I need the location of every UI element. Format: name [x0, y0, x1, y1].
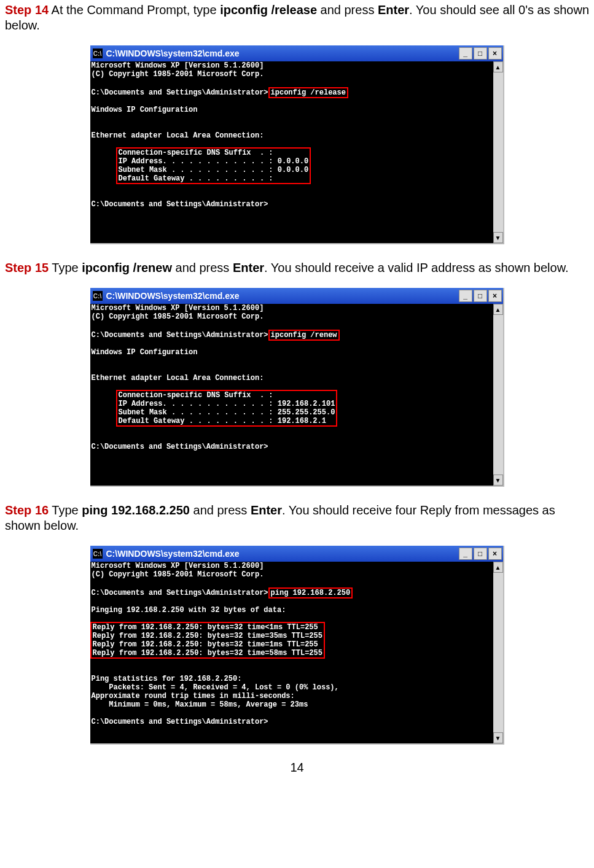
step16-cmd: ping 192.168.2.250 [82, 503, 190, 517]
cmd-icon: C:\ [93, 48, 103, 58]
enter-key: Enter [251, 503, 282, 517]
titlebar: C:\ C:\WINDOWS\system32\cmd.exe _ □ × [90, 288, 503, 304]
cmd-window-1: C:\ C:\WINDOWS\system32\cmd.exe _ □ × Mi… [90, 45, 504, 244]
close-button[interactable]: × [488, 290, 502, 302]
highlighted-command: ping 192.168.2.250 [268, 587, 353, 599]
terminal-output: Microsoft Windows XP [Version 5.1.2600] … [90, 61, 493, 243]
scrollbar[interactable]: ▲ ▼ [493, 304, 503, 486]
cmd-icon: C:\ [93, 291, 103, 301]
close-button[interactable]: × [488, 548, 502, 560]
scrollbar[interactable]: ▲ ▼ [493, 562, 503, 743]
terminal-output: Microsoft Windows XP [Version 5.1.2600] … [90, 562, 493, 743]
maximize-button[interactable]: □ [474, 47, 487, 60]
scroll-up-icon[interactable]: ▲ [493, 61, 503, 72]
titlebar: C:\ C:\WINDOWS\system32\cmd.exe _ □ × [90, 45, 503, 61]
step16-text: Step 16 Type ping 192.168.2.250 and pres… [5, 503, 589, 533]
step14-label: Step 14 [5, 3, 49, 17]
minimize-button[interactable]: _ [459, 290, 472, 302]
highlighted-ip-block: Connection-specific DNS Suffix . : IP Ad… [116, 390, 338, 427]
step14-text: Step 14 At the Command Prompt, type ipco… [5, 2, 589, 33]
terminal-output: Microsoft Windows XP [Version 5.1.2600] … [90, 304, 493, 486]
maximize-button[interactable]: □ [474, 290, 487, 302]
highlighted-command: ipconfig /renew [268, 330, 340, 341]
cmd-window-3: C:\ C:\WINDOWS\system32\cmd.exe _ □ × Mi… [90, 546, 504, 745]
scroll-down-icon[interactable]: ▼ [493, 732, 503, 743]
scroll-down-icon[interactable]: ▼ [493, 475, 503, 486]
step15-text: Step 15 Type ipconfig /renew and press E… [5, 260, 589, 276]
enter-key: Enter [378, 3, 409, 17]
close-button[interactable]: × [488, 47, 502, 60]
scroll-up-icon[interactable]: ▲ [493, 304, 503, 315]
highlighted-ip-block: Connection-specific DNS Suffix . : IP Ad… [116, 147, 311, 184]
enter-key: Enter [233, 261, 264, 274]
cmd-window-2: C:\ C:\WINDOWS\system32\cmd.exe _ □ × Mi… [90, 288, 504, 487]
step15-cmd: ipconfig /renew [82, 261, 172, 274]
page-number: 14 [5, 761, 589, 775]
scrollbar[interactable]: ▲ ▼ [493, 61, 503, 243]
window-title: C:\WINDOWS\system32\cmd.exe [106, 549, 240, 559]
maximize-button[interactable]: □ [474, 548, 487, 560]
scroll-up-icon[interactable]: ▲ [493, 562, 503, 573]
step16-label: Step 16 [5, 503, 49, 517]
minimize-button[interactable]: _ [459, 47, 472, 60]
minimize-button[interactable]: _ [459, 548, 472, 560]
window-title: C:\WINDOWS\system32\cmd.exe [106, 291, 240, 301]
highlighted-reply-block: Reply from 192.168.2.250: bytes=32 time<… [90, 622, 325, 659]
step15-label: Step 15 [5, 261, 49, 274]
cmd-icon: C:\ [93, 549, 103, 559]
step14-cmd: ipconfig /release [220, 3, 317, 17]
highlighted-command: ipconfig /release [268, 87, 348, 98]
window-title: C:\WINDOWS\system32\cmd.exe [106, 48, 240, 58]
scroll-down-icon[interactable]: ▼ [493, 232, 503, 243]
titlebar: C:\ C:\WINDOWS\system32\cmd.exe _ □ × [90, 546, 503, 562]
